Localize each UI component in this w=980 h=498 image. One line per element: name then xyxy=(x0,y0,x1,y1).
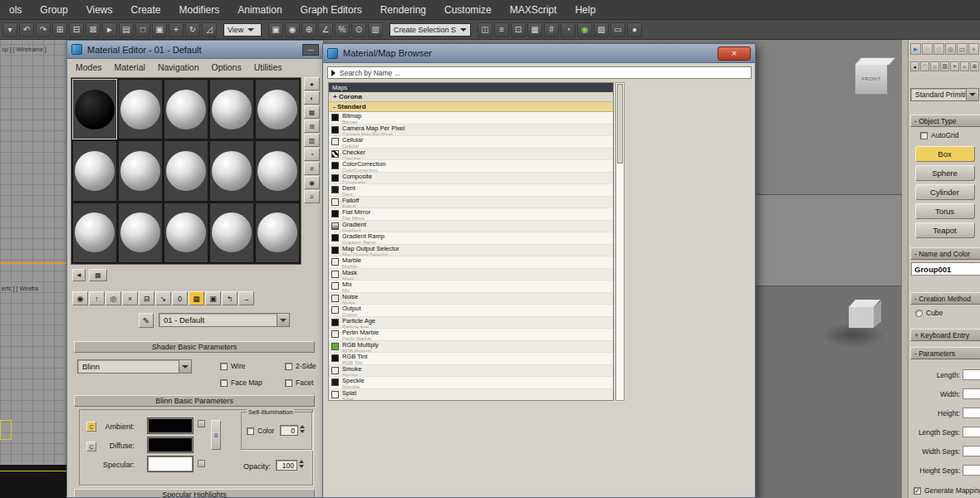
select-and-move-icon[interactable]: + xyxy=(169,22,184,37)
map-list-item[interactable]: Marble Marble xyxy=(329,256,613,269)
sample-palette-toggle-button[interactable]: ▦ xyxy=(89,269,107,281)
map-list-item[interactable]: Gradient Ramp Gradient Ramp xyxy=(329,232,613,245)
layer-manager-icon[interactable]: ⊡ xyxy=(511,22,526,37)
opacity-value[interactable]: 100 xyxy=(276,460,297,471)
window-crossing-icon[interactable]: ▣ xyxy=(152,22,167,37)
browser-titlebar[interactable]: Material/Map Browser × xyxy=(323,44,755,63)
object-type-rollout[interactable]: - Object Type xyxy=(910,115,980,127)
systems-category-icon[interactable]: ⊛ xyxy=(970,61,979,71)
go-forward-to-sibling-icon[interactable]: → xyxy=(238,291,254,305)
align-icon[interactable]: ≡ xyxy=(494,22,509,37)
render-setup-icon[interactable]: ▧ xyxy=(594,22,609,37)
specular-highlights-rollout[interactable]: Specular Highlights xyxy=(74,489,315,498)
opacity-spinner[interactable] xyxy=(299,460,304,468)
map-list-item[interactable]: Smoke Smoke xyxy=(329,365,613,378)
faceted-checkbox[interactable]: Facet xyxy=(285,378,313,387)
menu-item[interactable]: ols xyxy=(0,0,31,19)
scroll-left-button[interactable]: ◄ xyxy=(72,269,86,281)
space-warps-category-icon[interactable]: ≈ xyxy=(960,61,969,71)
menu-item[interactable]: Material xyxy=(115,62,145,72)
select-object-icon[interactable]: ► xyxy=(102,22,117,37)
list-scrollbar[interactable] xyxy=(615,82,625,401)
keyboard-entry-rollout[interactable]: + Keyboard Entry xyxy=(910,329,980,341)
ambient-color-swatch[interactable] xyxy=(147,417,194,434)
search-input[interactable]: Search by Name ... xyxy=(327,66,752,79)
autogrid-checkbox[interactable]: AutoGrid xyxy=(920,131,959,139)
primitive-category-dropdown[interactable]: Standard Primitives xyxy=(910,88,979,101)
material-id-channel-icon[interactable]: 0 xyxy=(172,291,188,305)
material-map-navigator-icon[interactable]: ≡ xyxy=(304,190,320,203)
shapes-category-icon[interactable]: ◠ xyxy=(920,61,929,71)
named-selection-set-dropdown[interactable]: Create Selection S xyxy=(390,23,471,37)
map-list-item[interactable]: Splat Splat xyxy=(329,389,613,402)
put-material-to-scene-icon[interactable]: ↑ xyxy=(89,291,105,305)
sample-slot[interactable] xyxy=(164,140,208,201)
viewport-perspective[interactable] xyxy=(756,286,901,498)
snaps-toggle-icon[interactable]: ⊕ xyxy=(301,22,316,37)
map-list-item[interactable]: Camera Map Per Pixel Camera Map Per Pixe… xyxy=(329,124,613,137)
schematic-view-icon[interactable]: ◔ xyxy=(561,22,576,37)
map-list-item[interactable]: Falloff Falloff xyxy=(329,197,613,209)
reference-coordinate-system-dropdown[interactable]: View xyxy=(223,23,262,37)
copy-specular-arrow-button[interactable] xyxy=(198,460,205,467)
select-and-rotate-icon[interactable]: ↻ xyxy=(185,22,200,37)
group-header-maps[interactable]: Maps xyxy=(329,83,613,92)
sample-slot[interactable] xyxy=(209,203,254,263)
unlink-selection-icon[interactable]: ⊟ xyxy=(69,22,84,37)
geometry-category-icon[interactable]: ● xyxy=(910,61,919,71)
flyout-arrow-icon[interactable]: ▾ xyxy=(2,22,17,37)
face-map-checkbox[interactable]: Face Map xyxy=(220,378,262,387)
viewport-label[interactable]: erfc ] [ Wirefra xyxy=(2,286,38,291)
bind-to-space-warp-icon[interactable]: ⊠ xyxy=(86,22,100,37)
select-and-manipulate-icon[interactable]: ◉ xyxy=(285,22,300,37)
shader-basic-parameters-rollout[interactable]: Shader Basic Parameters xyxy=(74,341,315,353)
lock-color-link-icon[interactable]: 8 xyxy=(211,420,221,450)
parameter-spinner[interactable] xyxy=(963,408,980,418)
map-list-item[interactable]: Map Output Selector Map Output Selector xyxy=(329,245,613,257)
material-name-dropdown[interactable]: 01 - Default xyxy=(159,313,290,327)
sample-slot[interactable] xyxy=(209,79,254,139)
menu-item[interactable]: Options xyxy=(212,62,242,72)
map-list-item[interactable]: RGB Multiply RGB Multiply xyxy=(329,341,613,354)
make-preview-icon[interactable]: ◔ xyxy=(304,148,320,161)
self-illumination-color-checkbox[interactable]: Color xyxy=(247,427,274,435)
sample-slot[interactable] xyxy=(209,140,254,201)
group-header-standard[interactable]: - Standard xyxy=(329,102,613,112)
select-by-material-icon[interactable]: ◉ xyxy=(304,176,320,189)
map-list-item[interactable]: Composite Composite xyxy=(329,173,613,185)
parameter-spinner[interactable] xyxy=(963,446,980,456)
parameter-spinner[interactable] xyxy=(963,388,980,399)
material-editor-icon[interactable]: ◉ xyxy=(577,22,592,37)
sample-slot[interactable] xyxy=(118,79,163,139)
two-sided-checkbox[interactable]: 2-Side xyxy=(285,362,316,370)
blinn-basic-parameters-rollout[interactable]: Blinn Basic Parameters xyxy=(74,395,315,407)
backlight-icon[interactable]: ◐ xyxy=(304,91,320,105)
group-header-corona[interactable]: + Corona xyxy=(329,92,613,102)
map-list-item[interactable]: Flat Mirror Flat Mirror xyxy=(329,208,613,221)
sample-slot[interactable] xyxy=(164,79,208,139)
map-list-item[interactable]: Bitmap Bitmap xyxy=(329,112,613,124)
sample-slot[interactable] xyxy=(72,203,117,263)
scene-object-wireframe[interactable] xyxy=(0,420,12,440)
torus-button[interactable]: Torus xyxy=(915,203,975,219)
sample-type-icon[interactable]: ● xyxy=(304,77,320,90)
sample-slot[interactable] xyxy=(118,140,163,201)
menu-item[interactable]: Animation xyxy=(228,0,291,19)
object-name-input[interactable]: Group001 xyxy=(911,262,980,276)
cameras-category-icon[interactable]: ▥ xyxy=(940,61,949,71)
menu-item[interactable]: Utilities xyxy=(254,62,282,72)
viewcube[interactable]: FRONT xyxy=(855,63,888,95)
lights-category-icon[interactable]: ○ xyxy=(930,61,939,71)
select-by-name-icon[interactable]: ▤ xyxy=(119,22,134,37)
create-tab-icon[interactable]: ► xyxy=(910,43,921,55)
menu-item[interactable]: Modes xyxy=(76,62,102,72)
rendered-frame-window-icon[interactable]: ▭ xyxy=(610,22,625,37)
parameter-spinner[interactable] xyxy=(963,427,980,437)
sample-slot[interactable] xyxy=(72,79,117,139)
scene-box-object[interactable] xyxy=(837,295,892,353)
map-list-item[interactable]: Noise Noise xyxy=(329,293,613,305)
use-pivot-point-center-icon[interactable]: ▣ xyxy=(268,22,283,37)
put-to-library-icon[interactable]: ↘ xyxy=(155,291,171,305)
menu-item[interactable]: MAXScript xyxy=(501,0,566,19)
map-list-item[interactable]: Output Output xyxy=(329,305,613,317)
